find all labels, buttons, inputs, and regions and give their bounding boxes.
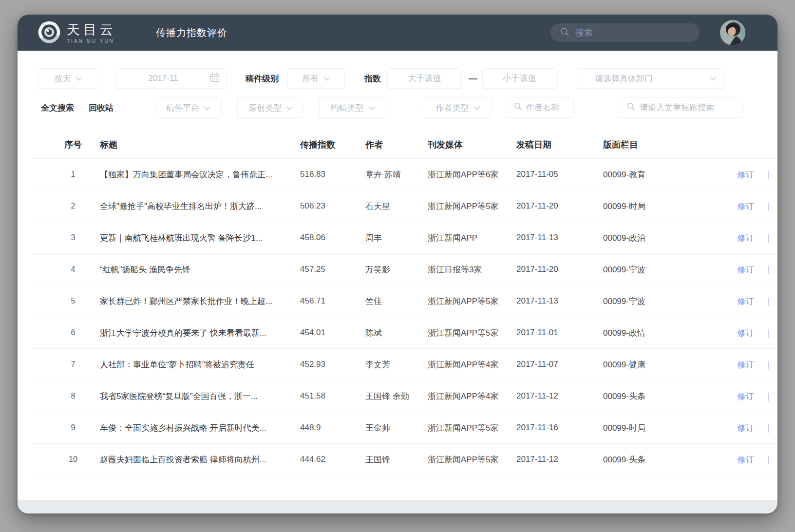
author-name: 竺佳 xyxy=(365,296,428,307)
row-number: 8 xyxy=(59,392,87,400)
section-column: 00099-政情 xyxy=(603,327,712,339)
article-title-link[interactable]: 我省5家医院登榜“复旦版”全国百强，浙一... xyxy=(87,391,300,402)
row-number: 6 xyxy=(59,328,87,337)
revise-link[interactable]: 修订 xyxy=(737,327,754,339)
tianmuyun-logo-icon xyxy=(38,21,60,45)
chevron-down-icon xyxy=(76,74,82,83)
section-column: 00099-健康 xyxy=(603,359,712,370)
platform-select-value: 稿件平台 xyxy=(166,102,199,114)
index-label: 指数 xyxy=(364,68,381,89)
original-type-select[interactable]: 原创类型 xyxy=(237,97,304,118)
article-title-link[interactable]: “红帆”扬船头 渔民争先锋 xyxy=(87,264,300,275)
period-select-value: 按天 xyxy=(55,73,71,84)
article-title-link[interactable]: 车俊：全面实施乡村振兴战略 开启新时代美... xyxy=(87,422,300,434)
row-number: 4 xyxy=(59,265,87,274)
article-title-search-input[interactable] xyxy=(640,103,738,113)
action-divider: ｜ xyxy=(764,327,773,339)
fulltext-search-link[interactable]: 全文搜索 xyxy=(41,97,74,118)
commission-type-value: 约稿类型 xyxy=(331,102,364,114)
row-number: 3 xyxy=(59,233,87,242)
table-body: 1 【独家】万向集团董事局会议决定，鲁伟鼎正... 518.83 章卉 苏靖 浙… xyxy=(18,159,777,475)
action-divider: ｜ xyxy=(764,232,773,244)
revise-link[interactable]: 修订 xyxy=(737,201,754,212)
col-header-media: 刊发媒体 xyxy=(428,139,516,151)
row-number: 2 xyxy=(59,202,87,210)
app-logo[interactable]: 天目云 TIAN MU YUN xyxy=(38,21,116,45)
chevron-down-icon xyxy=(204,103,210,113)
article-title-search-field[interactable] xyxy=(619,97,743,118)
range-dash: — xyxy=(467,68,479,89)
calendar-icon xyxy=(210,73,220,85)
publish-date: 2017-11-12 xyxy=(516,391,603,401)
author-name: 章卉 苏靖 xyxy=(365,169,428,180)
spread-index-value: 448.9 xyxy=(300,423,365,433)
publish-date: 2017-11-13 xyxy=(516,233,603,243)
revise-link[interactable]: 修订 xyxy=(737,454,754,465)
revise-link[interactable]: 修订 xyxy=(737,169,754,180)
date-input[interactable] xyxy=(121,74,205,83)
department-select-value: 请选择具体部门 xyxy=(595,73,704,84)
publish-date: 2017-11-20 xyxy=(516,265,603,274)
action-divider: ｜ xyxy=(764,422,773,434)
row-number: 7 xyxy=(59,360,87,369)
recycle-bin-link[interactable]: 回收站 xyxy=(89,97,114,118)
revise-link[interactable]: 修订 xyxy=(737,296,754,307)
revise-link[interactable]: 修订 xyxy=(737,359,754,370)
author-name-input[interactable] xyxy=(526,103,568,113)
page-title: 传播力指数评价 xyxy=(156,15,227,51)
publish-media: 浙江新闻APP等4家 xyxy=(428,391,516,402)
author-name-field[interactable] xyxy=(507,97,574,118)
author-name: 王金帅 xyxy=(365,422,428,434)
col-header-section: 版面栏目 xyxy=(603,139,712,151)
chevron-down-icon xyxy=(324,74,330,83)
index-max-input[interactable] xyxy=(487,74,552,83)
period-select[interactable]: 按天 xyxy=(38,68,98,89)
publish-date: 2017-11-12 xyxy=(516,455,603,464)
article-title-link[interactable]: 【独家】万向集团董事局会议决定，鲁伟鼎正... xyxy=(87,169,300,180)
article-title-link[interactable]: 家长群已炸！鄞州区严禁家长批作业！晚上超... xyxy=(87,296,300,307)
spread-index-value: 518.83 xyxy=(300,170,365,179)
article-title-link[interactable]: 赵薇夫妇面临上百投资者索赔 律师将向杭州... xyxy=(87,454,300,465)
chevron-down-icon xyxy=(709,74,716,83)
department-select[interactable]: 请选择具体部门 xyxy=(577,68,724,89)
spread-index-value: 506.23 xyxy=(300,201,365,211)
article-title-link[interactable]: 全球"最抢手"高校毕业生排名出炉！浙大跻... xyxy=(87,201,300,212)
publish-date: 2017-11-20 xyxy=(516,201,603,211)
index-min-input[interactable] xyxy=(392,74,457,83)
row-number: 5 xyxy=(59,297,87,305)
user-avatar[interactable] xyxy=(720,20,745,45)
article-title-link[interactable]: 浙江大学宁波分校真的要来了 快来看看最新... xyxy=(87,327,300,339)
table-row: 5 家长群已炸！鄞州区严禁家长批作业！晚上超... 456.71 竺佳 浙江新闻… xyxy=(32,285,777,317)
revise-link[interactable]: 修订 xyxy=(737,422,754,434)
publish-date: 2017-11-05 xyxy=(516,170,603,179)
table-row: 4 “红帆”扬船头 渔民争先锋 457.25 万笑影 浙江日报等3家 2017-… xyxy=(32,254,777,285)
author-type-select[interactable]: 作者类型 xyxy=(424,97,492,118)
publish-media: 浙江新闻APP等5家 xyxy=(428,327,516,339)
col-header-title: 标题 xyxy=(87,139,300,151)
search-icon xyxy=(560,27,569,38)
article-level-select[interactable]: 所有 xyxy=(287,68,345,89)
publish-date: 2017-11-16 xyxy=(516,423,603,433)
global-search-box[interactable] xyxy=(550,23,700,42)
publish-media: 浙江新闻APP等6家 xyxy=(428,169,516,180)
date-picker[interactable] xyxy=(116,68,227,89)
spread-index-value: 457.25 xyxy=(300,265,365,274)
commission-type-select[interactable]: 约稿类型 xyxy=(319,97,386,118)
publish-date: 2017-11-07 xyxy=(516,360,603,369)
section-column: 00099-头条 xyxy=(603,391,712,402)
section-column: 00009-政治 xyxy=(603,232,712,244)
article-title-link[interactable]: 更新｜南航飞桂林航班出现火警 备降长沙1... xyxy=(87,232,300,244)
index-max-field[interactable] xyxy=(482,68,557,89)
global-search-input[interactable] xyxy=(575,28,695,38)
revise-link[interactable]: 修订 xyxy=(737,391,754,402)
publish-media: 浙江日报等3家 xyxy=(428,264,516,275)
author-name: 周丰 xyxy=(365,232,428,244)
platform-select[interactable]: 稿件平台 xyxy=(155,97,222,118)
row-number: 1 xyxy=(59,170,87,179)
index-min-field[interactable] xyxy=(387,68,462,89)
article-title-link[interactable]: 人社部：事业单位“萝卜招聘”将被追究责任 xyxy=(87,359,300,370)
author-name: 李文芳 xyxy=(365,359,428,370)
revise-link[interactable]: 修订 xyxy=(737,232,754,244)
revise-link[interactable]: 修订 xyxy=(737,264,754,275)
table-row: 10 赵薇夫妇面临上百投资者索赔 律师将向杭州... 444.62 王国锋 浙江… xyxy=(32,444,777,475)
